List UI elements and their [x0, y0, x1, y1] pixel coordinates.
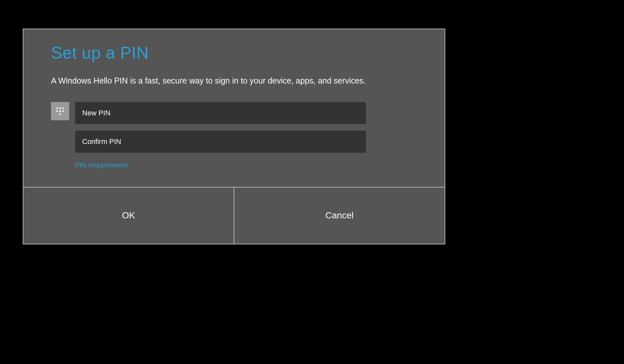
- svg-point-6: [59, 113, 61, 115]
- cancel-button[interactable]: Cancel: [234, 188, 445, 244]
- keypad-icon: [51, 102, 69, 120]
- svg-point-4: [59, 110, 61, 112]
- dialog-title: Set up a PIN: [51, 43, 417, 62]
- dialog-content: Set up a PIN A Windows Hello PIN is a fa…: [23, 29, 445, 187]
- svg-point-0: [57, 107, 58, 109]
- new-pin-input[interactable]: [75, 102, 366, 124]
- svg-point-2: [62, 107, 64, 109]
- dialog-button-row: OK Cancel: [23, 187, 445, 244]
- dialog-description: A Windows Hello PIN is a fast, secure wa…: [51, 75, 417, 86]
- pin-form-area: [51, 102, 417, 153]
- ok-button[interactable]: OK: [23, 188, 234, 244]
- confirm-pin-input[interactable]: [75, 131, 366, 153]
- inputs-column: [75, 102, 366, 153]
- pin-setup-dialog: Set up a PIN A Windows Hello PIN is a fa…: [23, 29, 445, 244]
- keypad-icon-svg: [55, 106, 65, 116]
- pin-requirements-link[interactable]: PIN requirements: [75, 161, 128, 169]
- svg-point-3: [57, 110, 58, 112]
- svg-point-1: [59, 107, 61, 109]
- svg-point-5: [62, 110, 64, 112]
